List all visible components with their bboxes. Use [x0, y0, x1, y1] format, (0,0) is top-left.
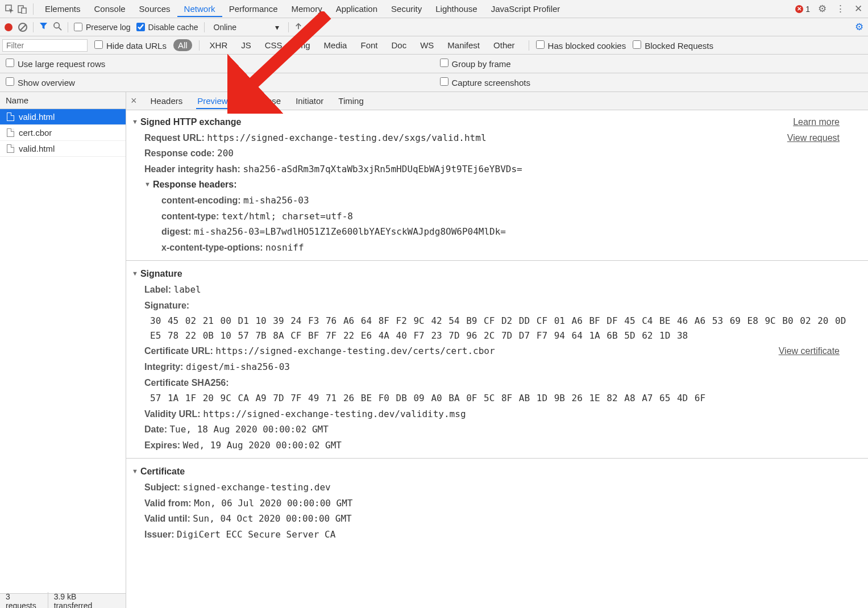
subtab-headers[interactable]: Headers	[149, 93, 184, 109]
tab-console[interactable]: Console	[88, 1, 132, 17]
devtools-top-tabs: Elements Console Sources Network Perform…	[0, 0, 868, 18]
subtab-preview[interactable]: Preview	[196, 93, 229, 109]
request-row[interactable]: cert.cbor	[0, 125, 126, 141]
kebab-icon[interactable]: ⋮	[834, 3, 846, 15]
subtab-initiator[interactable]: Initiator	[294, 93, 325, 109]
valid-from-value: Mon, 06 Jul 2020 00:00:00 GMT	[194, 498, 352, 509]
show-overview-label: Show overview	[18, 78, 75, 88]
tab-network[interactable]: Network	[177, 1, 222, 17]
gear-icon[interactable]: ⚙	[816, 3, 828, 15]
close-details-icon[interactable]: ×	[131, 95, 137, 107]
error-badge[interactable]: ✕ 1	[795, 5, 810, 14]
request-list: Name valid.html cert.cbor valid.html	[0, 92, 126, 594]
type-all[interactable]: All	[173, 39, 192, 51]
blocked-cookies-checkbox[interactable]: Has blocked cookies	[536, 40, 626, 51]
validity-url-key: Validity URL:	[144, 409, 201, 419]
large-rows-label: Use large request rows	[18, 59, 105, 69]
throttling-select[interactable]: Online ▾	[210, 23, 283, 32]
tab-memory[interactable]: Memory	[285, 1, 329, 17]
device-toggle-icon[interactable]	[16, 3, 28, 15]
search-icon[interactable]	[53, 22, 62, 32]
cert-url-value: https://signed-exchange-testing.dev/cert…	[215, 345, 495, 356]
request-row[interactable]: valid.html	[0, 109, 126, 125]
subject-value: signed-exchange-testing.dev	[183, 482, 331, 493]
type-doc[interactable]: Doc	[388, 39, 410, 51]
clear-icon[interactable]	[18, 23, 27, 32]
integrity-value: digest/mi-sha256-03	[186, 361, 290, 372]
svg-rect-2	[22, 8, 26, 14]
download-har-icon[interactable]	[308, 22, 316, 32]
file-icon	[7, 128, 14, 137]
network-toolbar: Preserve log Disable cache Online ▾ ⚙	[0, 18, 868, 36]
type-js[interactable]: JS	[238, 39, 255, 51]
inspect-icon[interactable]	[3, 3, 16, 15]
tab-performance[interactable]: Performance	[222, 1, 285, 17]
record-button[interactable]	[5, 23, 13, 31]
file-icon	[7, 144, 14, 153]
show-overview-checkbox[interactable]: Show overview	[6, 77, 75, 88]
request-name: valid.html	[19, 112, 55, 122]
throttling-value: Online	[214, 23, 236, 32]
cert-sha-value: 57 1A 1F 20 9C CA A9 7D 7F 49 71 26 BE F…	[144, 391, 862, 406]
tab-lighthouse[interactable]: Lighthouse	[429, 1, 484, 17]
type-manifest[interactable]: Manifest	[444, 39, 483, 51]
request-row[interactable]: valid.html	[0, 141, 126, 157]
status-requests: 3 requests	[5, 592, 48, 609]
certificate-section-title[interactable]: Certificate	[132, 464, 862, 479]
type-font[interactable]: Font	[357, 39, 381, 51]
preserve-log-checkbox[interactable]: Preserve log	[74, 23, 131, 32]
blocked-requests-checkbox[interactable]: Blocked Requests	[633, 40, 713, 51]
upload-har-icon[interactable]	[294, 22, 302, 32]
hide-data-urls-checkbox[interactable]: Hide data URLs	[94, 40, 167, 51]
type-css[interactable]: CSS	[261, 39, 286, 51]
status-transferred: 3.9 kB transferred	[48, 592, 121, 609]
type-xhr[interactable]: XHR	[206, 39, 231, 51]
signature-section-title[interactable]: Signature	[132, 266, 862, 281]
request-name: valid.html	[19, 144, 55, 153]
date-key: Date:	[144, 424, 167, 434]
response-headers-title[interactable]: Response headers:	[132, 177, 862, 192]
content-encoding-key: content-encoding:	[161, 195, 241, 205]
options-row-2: Show overview Capture screenshots	[0, 73, 868, 92]
issuer-value: DigiCert ECC Secure Server CA	[177, 529, 335, 540]
column-name-header[interactable]: Name	[0, 92, 126, 109]
sig-label-key: Label:	[144, 285, 171, 294]
close-icon[interactable]: ✕	[852, 3, 865, 15]
view-certificate-link[interactable]: View certificate	[779, 344, 840, 359]
digest-value: mi-sha256-03=LB7wdlHO51Z1Ze600lbYAEYsckW…	[194, 226, 506, 237]
learn-more-link[interactable]: Learn more	[793, 115, 840, 130]
sxg-section-title[interactable]: Signed HTTP exchange	[132, 115, 241, 130]
filter-toggle-icon[interactable]	[39, 22, 48, 32]
content-encoding-value: mi-sha256-03	[243, 195, 309, 206]
tab-application[interactable]: Application	[329, 1, 384, 17]
sig-label-value: label	[174, 284, 201, 295]
valid-from-key: Valid from:	[144, 498, 192, 508]
filter-input[interactable]	[2, 39, 88, 52]
type-ws[interactable]: WS	[417, 39, 437, 51]
hide-data-urls-label: Hide data URLs	[106, 41, 167, 51]
file-icon	[7, 113, 14, 121]
expires-value: Wed, 19 Aug 2020 00:00:02 GMT	[183, 440, 342, 451]
header-integrity-value: sha256-aSdRm3m7qXtaWb3xjRn5mHDUqEbWAj9t9…	[243, 164, 522, 174]
disable-cache-checkbox[interactable]: Disable cache	[136, 23, 198, 32]
subtab-timing[interactable]: Timing	[337, 93, 364, 109]
tab-sources[interactable]: Sources	[132, 1, 177, 17]
view-request-link[interactable]: View request	[787, 131, 840, 145]
filter-bar: Hide data URLs All XHR JS CSS Img Media …	[0, 36, 868, 55]
capture-screenshots-checkbox[interactable]: Capture screenshots	[440, 77, 530, 88]
type-media[interactable]: Media	[321, 39, 351, 51]
type-img[interactable]: Img	[293, 39, 314, 51]
tab-elements[interactable]: Elements	[38, 1, 88, 17]
digest-key: digest:	[161, 227, 191, 236]
xcto-value: nosniff	[265, 242, 304, 253]
network-settings-icon[interactable]: ⚙	[855, 21, 863, 33]
subtab-response[interactable]: Response	[242, 93, 283, 109]
preview-content: Signed HTTP exchange Learn more Request …	[126, 110, 868, 547]
group-frame-label: Group by frame	[452, 59, 511, 69]
type-other[interactable]: Other	[490, 39, 518, 51]
tab-jsprofiler[interactable]: JavaScript Profiler	[484, 1, 567, 17]
tab-security[interactable]: Security	[384, 1, 429, 17]
large-rows-checkbox[interactable]: Use large request rows	[6, 59, 105, 69]
subject-key: Subject:	[144, 482, 180, 492]
group-frame-checkbox[interactable]: Group by frame	[440, 59, 511, 69]
